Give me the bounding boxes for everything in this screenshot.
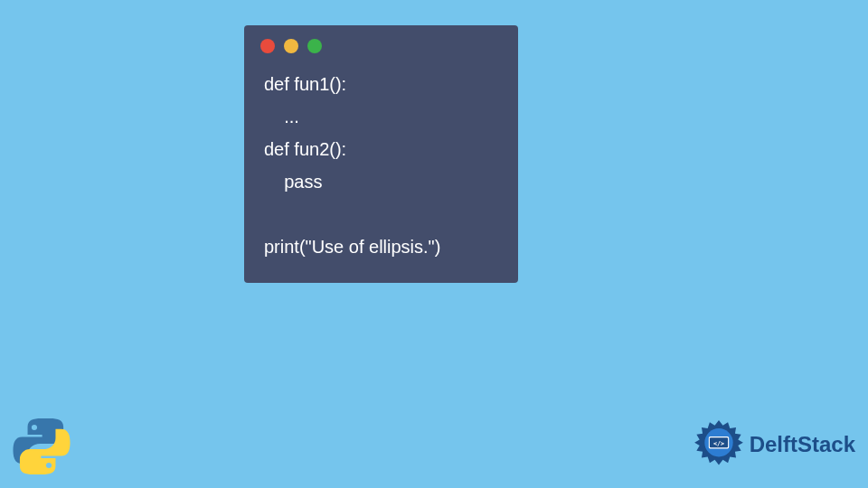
code-content: def fun1(): ... def fun2(): pass print("… — [244, 62, 518, 263]
maximize-icon — [307, 39, 322, 53]
code-line: pass — [264, 172, 322, 192]
python-logo-icon — [11, 416, 72, 477]
code-window: def fun1(): ... def fun2(): pass print("… — [244, 25, 518, 283]
close-icon — [260, 39, 275, 53]
brand-logo: </> DelftStack — [693, 419, 855, 470]
delft-gear-icon: </> — [693, 419, 744, 470]
window-controls — [244, 25, 518, 62]
brand-name: DelftStack — [750, 432, 855, 457]
code-line: ... — [264, 107, 299, 127]
code-line: print("Use of ellipsis.") — [264, 237, 440, 257]
code-line: def fun2(): — [264, 139, 346, 159]
minimize-icon — [284, 39, 298, 53]
svg-text:</>: </> — [713, 440, 724, 447]
code-line: def fun1(): — [264, 74, 346, 94]
